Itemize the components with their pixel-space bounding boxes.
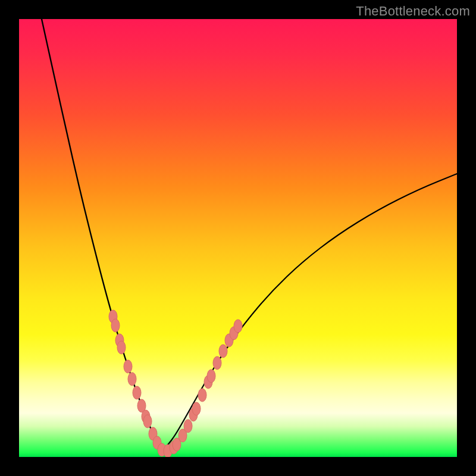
data-marker <box>184 419 192 433</box>
data-marker <box>117 341 126 354</box>
chart-frame: TheBottleneck.com <box>0 0 476 476</box>
data-marker <box>133 386 141 399</box>
data-marker <box>213 356 221 369</box>
data-marker <box>143 415 152 428</box>
data-marker <box>128 372 136 386</box>
data-marker <box>198 389 206 402</box>
data-marker <box>219 345 227 358</box>
data-marker <box>207 369 215 383</box>
chart-svg <box>19 19 457 457</box>
curve-group <box>42 19 457 451</box>
data-marker <box>124 360 132 373</box>
data-marker <box>234 320 242 333</box>
plot-area <box>19 19 457 457</box>
data-marker <box>192 402 201 415</box>
left-branch-curve <box>42 19 162 451</box>
right-branch-curve <box>162 174 457 451</box>
data-marker <box>111 319 120 332</box>
watermark-text: TheBottleneck.com <box>356 4 470 19</box>
